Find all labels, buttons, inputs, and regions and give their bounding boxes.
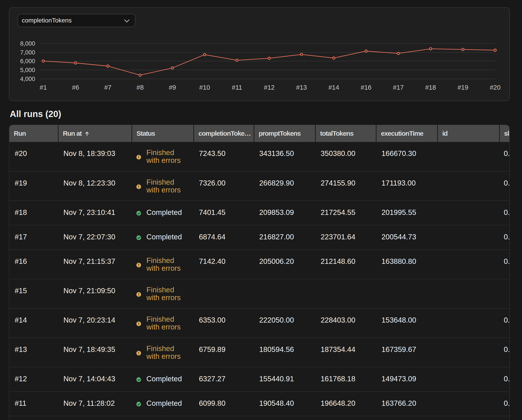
svg-text:#9: #9 [169,84,176,91]
svg-text:#6: #6 [72,84,79,91]
svg-text:#17: #17 [393,84,404,91]
svg-text:#11: #11 [232,84,242,91]
svg-text:#10: #10 [199,84,210,91]
svg-text:5,000: 5,000 [20,67,35,73]
svg-text:#7: #7 [104,84,111,91]
svg-text:#20: #20 [490,84,500,91]
svg-text:#18: #18 [425,84,436,91]
svg-text:6,000: 6,000 [20,58,35,64]
svg-text:#19: #19 [457,84,468,91]
svg-text:#13: #13 [296,84,307,91]
svg-text:7,000: 7,000 [20,49,35,56]
svg-text:#1: #1 [40,84,47,91]
svg-text:#12: #12 [264,84,275,91]
svg-text:8,000: 8,000 [20,40,35,47]
svg-text:#8: #8 [137,84,144,91]
svg-text:4,000: 4,000 [20,76,35,82]
svg-text:#16: #16 [361,84,371,91]
svg-text:#14: #14 [328,84,339,91]
